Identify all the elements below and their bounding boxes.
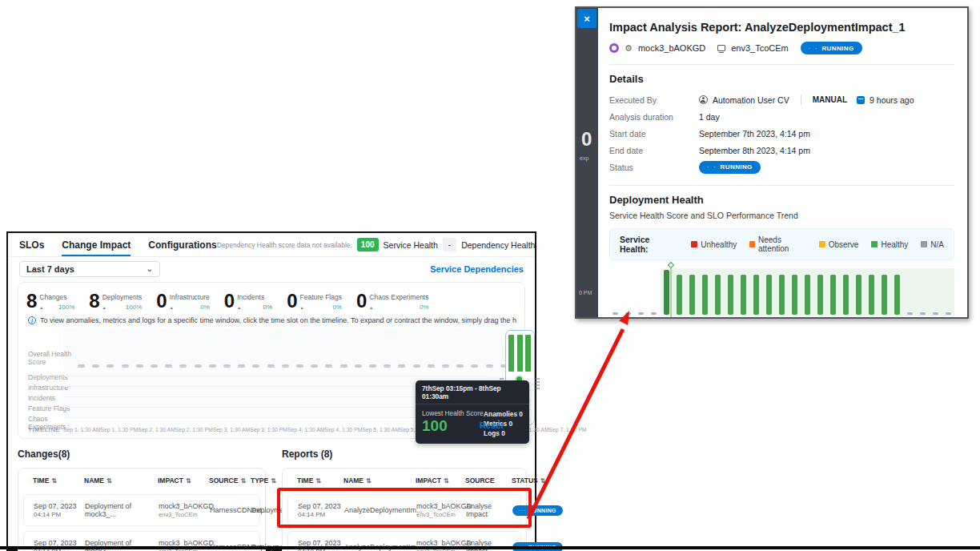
dashboard-tab-bar: SLOsChange ImpactConfigurations Dependen… xyxy=(8,233,535,257)
tooltip-stat: Anamolies 0 xyxy=(484,409,523,419)
table-row[interactable]: Sep 07, 202304:14 PMAnalyzeDeploymentIm.… xyxy=(287,494,521,526)
window-drag-handle-right[interactable] xyxy=(536,377,540,389)
healthy-bar xyxy=(766,275,772,315)
legend-item-unhealthy: Unhealthy xyxy=(691,240,737,249)
details-grid: Executed By Automation User CV MANUAL 9 … xyxy=(609,91,954,175)
column-header-status[interactable]: STATUS⇅ xyxy=(512,477,545,485)
dependency-health-badge: - xyxy=(443,238,456,251)
na-dash xyxy=(651,312,657,315)
service-dependencies-link[interactable]: Service Dependencies xyxy=(430,264,524,274)
reports-rows: Sep 07, 202304:14 PMAnalyzeDeploymentIm.… xyxy=(287,494,521,551)
sort-icon: ⇅ xyxy=(51,477,57,485)
na-dash xyxy=(946,312,951,315)
legend-label: Unhealthy xyxy=(701,240,737,249)
tooltip-score: 100 xyxy=(422,417,484,435)
cell-impact: mock3_bAOKGDenv3_TcoCEm xyxy=(416,502,466,518)
timeline-tick: Sep 1, 1:30 AM xyxy=(63,427,100,432)
sort-icon: ⇅ xyxy=(106,477,112,485)
column-header-impact[interactable]: IMPACT⇅ xyxy=(158,477,209,485)
na-dash xyxy=(486,364,493,368)
na-dash xyxy=(92,364,99,368)
metric-delta: 100% xyxy=(58,304,74,311)
time-range-select[interactable]: Last 7 days ⌄ xyxy=(19,261,160,277)
na-dash xyxy=(136,364,143,368)
healthy-bar xyxy=(894,275,900,315)
healthy-bar xyxy=(843,275,849,315)
detail-row-duration: Analysis duration 1 day xyxy=(609,108,954,125)
timeline-row-label: Infrastructure xyxy=(28,384,71,392)
column-header-time[interactable]: TIME⇅ xyxy=(297,477,343,485)
legend-item-needs-attention: Needs attention xyxy=(749,235,805,253)
column-header-type[interactable]: TYPE⇅ xyxy=(251,477,276,485)
reset-link[interactable]: Reset xyxy=(480,420,504,430)
metric-chaos-experiments: 0Chaos Experiments▲0% xyxy=(356,291,429,312)
detail-label: Analysis duration xyxy=(609,112,699,122)
na-dash xyxy=(428,364,435,368)
column-header-name[interactable]: NAME⇅ xyxy=(84,477,158,485)
metric-value: 0 xyxy=(156,291,166,312)
timeline-row-label: Incidents xyxy=(28,394,71,402)
info-icon: i xyxy=(28,316,36,324)
cell-source: HarnessCDNext... xyxy=(210,506,251,514)
na-dash xyxy=(223,364,231,368)
tooltip-score-label: Lowest Health Score xyxy=(422,409,484,417)
dependency-health-note: Dependency Health score data not availab… xyxy=(217,241,352,249)
metric-label: Deployments xyxy=(102,293,143,301)
time-range-value: Last 7 days xyxy=(26,264,74,274)
column-header-label: TIME xyxy=(33,477,49,485)
duration-value: 1 day xyxy=(699,112,720,122)
reports-title: Reports (8) xyxy=(282,448,527,460)
legend-swatch xyxy=(819,241,825,247)
metric-delta: 100% xyxy=(126,304,142,311)
dashboard-tabs: SLOsChange ImpactConfigurations xyxy=(19,233,217,256)
changes-headers: TIME⇅NAME⇅IMPACT⇅SOURCE⇅TYPE⇅ xyxy=(23,477,260,489)
column-header-source[interactable]: SOURCE xyxy=(465,477,512,485)
window-health-bar xyxy=(525,335,531,372)
na-dash xyxy=(907,312,913,315)
table-row[interactable]: Sep 07, 202304:14 PMDeployment of mock3_… xyxy=(23,494,260,526)
na-dash xyxy=(456,364,464,368)
na-dash xyxy=(252,364,259,368)
info-banner: i To view anomalies, metrics and logs fo… xyxy=(26,313,518,326)
column-header-label: NAME xyxy=(343,477,363,485)
calendar-icon xyxy=(857,96,865,104)
tab-change-impact[interactable]: Change Impact xyxy=(62,233,131,256)
column-header-label: SOURCE xyxy=(465,477,494,485)
modal-title: Impact Analysis Report: AnalyzeDeploymen… xyxy=(609,21,954,34)
close-button[interactable]: × xyxy=(577,9,596,28)
delta-up-icon: ▲ xyxy=(39,305,43,310)
sort-icon: ⇅ xyxy=(540,477,546,485)
na-dash xyxy=(165,364,172,368)
healthy-bar xyxy=(702,275,708,315)
environment-icon xyxy=(717,45,725,51)
column-header-label: SOURCE xyxy=(209,477,238,485)
delta-up-icon: ▲ xyxy=(369,305,373,310)
healthy-bar xyxy=(664,270,669,315)
range-bar: Last 7 days ⌄ Service Dependencies xyxy=(8,257,535,280)
na-dash xyxy=(106,364,114,368)
executed-when: 9 hours ago xyxy=(870,95,914,105)
delta-up-icon: ▲ xyxy=(299,305,303,310)
healthy-bar xyxy=(741,275,746,315)
column-header-name[interactable]: NAME⇅ xyxy=(343,477,416,485)
legend-label: Healthy xyxy=(881,240,908,249)
metric-delta: 0% xyxy=(200,304,210,311)
delta-up-icon: ▲ xyxy=(102,305,106,310)
end-date-value: September 8th 2023, 4:14 pm xyxy=(699,146,810,155)
column-header-impact[interactable]: IMPACT⇅ xyxy=(416,477,465,485)
deployment-health-chart: Thu 2:00PMThu 3:00PMThu 4:00PMThu 5:00PM… xyxy=(609,270,954,317)
metric-label: Incidents xyxy=(237,293,272,301)
tab-slos[interactable]: SLOs xyxy=(19,233,44,256)
column-header-time[interactable]: TIME⇅ xyxy=(33,477,84,485)
timeline-tick: Sep 4, 1:30 PM xyxy=(325,427,363,432)
person-icon xyxy=(699,95,708,104)
deployment-health-subheading: Service Health Score and SLO Performance… xyxy=(609,211,954,220)
legend-swatch xyxy=(749,241,755,247)
column-header-source[interactable]: SOURCE⇅ xyxy=(209,477,251,485)
gridline xyxy=(63,376,486,376)
sort-icon: ⇅ xyxy=(315,477,321,485)
divider xyxy=(609,64,954,65)
tab-configurations[interactable]: Configurations xyxy=(148,233,216,256)
column-header-label: STATUS xyxy=(512,477,538,485)
modal-backdrop-strip: × 0 exp 0 PM xyxy=(576,8,598,317)
